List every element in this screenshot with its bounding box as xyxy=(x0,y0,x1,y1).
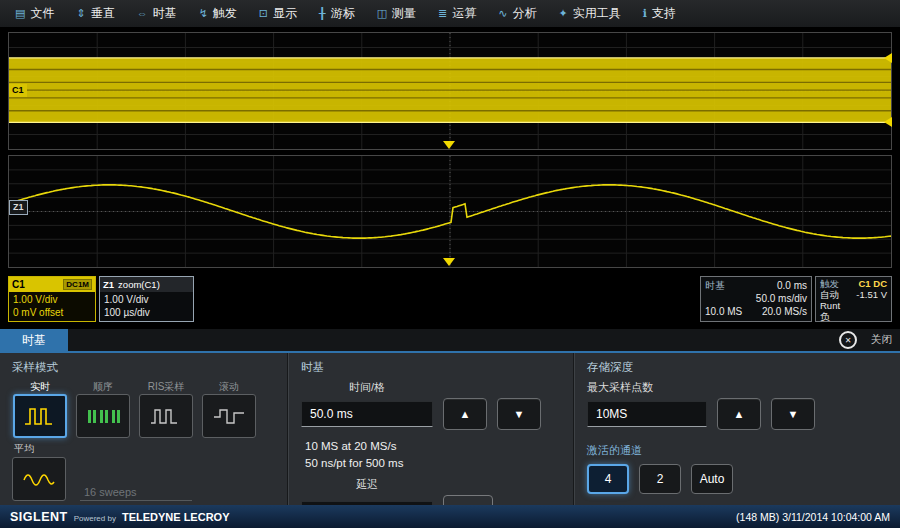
mode-sequence-button[interactable] xyxy=(76,394,130,438)
c1-offset: 0 mV offset xyxy=(13,306,91,319)
max-points-label: 最大采样点数 xyxy=(587,380,888,395)
active-channels-label: 激活的通道 xyxy=(587,443,888,458)
menu-item-file[interactable]: ▤ 文件 xyxy=(4,0,65,27)
menu-item-measure[interactable]: ◫ 测量 xyxy=(366,0,427,27)
trigger-type: Runt xyxy=(820,300,840,311)
menu-item-cursors[interactable]: ╂ 游标 xyxy=(308,0,366,27)
status-bar: SIGLENT Powered by TELEDYNE LECROY (148 … xyxy=(0,505,900,528)
support-icon: ℹ xyxy=(643,8,647,19)
menu-item-display[interactable]: ⊡ 显示 xyxy=(248,0,308,27)
timebase-descriptor-box[interactable]: 时基 0.0 ms 50.0 ms/div 10.0 MS 20.0 MS/s xyxy=(700,276,812,322)
sweeps-input[interactable]: 16 sweeps xyxy=(80,484,192,501)
utilities-icon: ✦ xyxy=(559,8,568,19)
menu-item-label: 支持 xyxy=(652,5,676,22)
average-button[interactable] xyxy=(12,457,66,501)
waveform-edge-arrow-top xyxy=(884,53,892,63)
powered-by-text: Powered by xyxy=(74,514,116,523)
timebase-section: 时基 时间/格 50.0 ms ▲ ▼ 10 MS at 20 MS/s 50 … xyxy=(288,353,574,505)
mode-ris-button[interactable] xyxy=(139,394,193,438)
menu-item-label: 运算 xyxy=(452,5,476,22)
mode-realtime[interactable]: 实时 xyxy=(12,380,68,438)
sequence-mode-icon xyxy=(86,405,120,427)
menu-item-vertical[interactable]: ⇕ 垂直 xyxy=(65,0,125,27)
mode-sequence[interactable]: 顺序 xyxy=(75,380,131,438)
close-icon[interactable]: ✕ xyxy=(839,331,857,349)
timebase-delay: 0.0 ms xyxy=(777,279,807,292)
trigger-slope: 负 xyxy=(820,311,830,322)
mode-roll-label: 滚动 xyxy=(219,380,239,394)
main-waveform xyxy=(9,33,891,149)
menu-item-label: 文件 xyxy=(30,5,54,22)
sample-info-line1: 10 MS at 20 MS/s xyxy=(305,438,562,455)
z1-zoom-marker[interactable]: Z1 xyxy=(9,200,28,215)
menu-item-analysis[interactable]: ∿ 分析 xyxy=(487,0,547,27)
memory-depth-section: 存储深度 最大采样点数 10MS ▲ ▼ 激活的通道 4 2 Auto xyxy=(574,353,900,505)
mode-roll-button[interactable] xyxy=(202,394,256,438)
delay-label: 延迟 xyxy=(301,477,433,492)
timebase-increase-button[interactable]: ▲ xyxy=(443,398,487,430)
timebase-icon: ⇔ xyxy=(137,8,148,19)
timebase-decrease-button[interactable]: ▼ xyxy=(497,398,541,430)
zoom-waveform-grid[interactable] xyxy=(8,155,892,268)
mode-ris-label: RIS采样 xyxy=(148,380,185,394)
z1-tdiv: 100 µs/div xyxy=(104,306,189,319)
menu-item-label: 垂直 xyxy=(91,5,115,22)
mode-roll[interactable]: 滚动 xyxy=(201,380,257,438)
max-points-increase-button[interactable]: ▲ xyxy=(717,398,761,430)
average-mode-icon xyxy=(22,468,56,490)
trigger-label: 触发 xyxy=(820,278,839,289)
z1-vdiv: 1.00 V/div xyxy=(104,293,189,306)
mode-ris[interactable]: RIS采样 xyxy=(138,380,194,438)
menu-bar: ▤ 文件 ⇕ 垂直 ⇔ 时基 ↯ 触发 ⊡ 显示 ╂ 游标 ◫ 测量 ≣ 运算 xyxy=(0,0,900,28)
timebase-dialog: 时基 ✕ 关闭 采样模式 实时 xyxy=(0,329,900,505)
timebase-tdiv: 50.0 ms/div xyxy=(756,292,807,305)
menu-item-utilities[interactable]: ✦ 实用工具 xyxy=(548,0,632,27)
trigger-position-marker-main[interactable] xyxy=(443,141,455,149)
close-button[interactable]: 关闭 xyxy=(871,333,892,347)
timebase-points: 10.0 MS xyxy=(705,305,742,318)
trigger-position-marker-zoom[interactable] xyxy=(443,258,455,266)
channels-auto-button[interactable]: Auto xyxy=(691,464,733,494)
sampling-mode-title: 采样模式 xyxy=(12,360,276,375)
timebase-title: 时基 xyxy=(301,360,562,375)
c1-vdiv: 1.00 V/div xyxy=(13,293,91,306)
time-per-div-label: 时间/格 xyxy=(301,380,433,395)
menu-item-label: 实用工具 xyxy=(573,5,621,22)
max-points-decrease-button[interactable]: ▼ xyxy=(771,398,815,430)
menu-item-timebase[interactable]: ⇔ 时基 xyxy=(126,0,188,27)
oscilloscope-screen: ▤ 文件 ⇕ 垂直 ⇔ 时基 ↯ 触发 ⊡ 显示 ╂ 游标 ◫ 测量 ≣ 运算 xyxy=(0,0,900,528)
timebase-rate: 20.0 MS/s xyxy=(762,305,807,318)
ris-mode-icon xyxy=(149,405,183,427)
trigger-level: -1.51 V xyxy=(856,289,887,300)
waveform-edge-arrow-bottom xyxy=(884,117,892,127)
menu-item-label: 触发 xyxy=(213,5,237,22)
channels-2-button[interactable]: 2 xyxy=(639,464,681,494)
file-icon: ▤ xyxy=(15,8,25,19)
down-arrow-icon: ▼ xyxy=(788,408,799,420)
max-points-select[interactable]: 10MS xyxy=(587,401,707,427)
sample-info-line2: 50 ns/pt for 500 ms xyxy=(305,455,562,472)
c1-descriptor-box[interactable]: C1 DC1M 1.00 V/div 0 mV offset xyxy=(8,276,96,322)
menu-item-trigger[interactable]: ↯ 触发 xyxy=(188,0,248,27)
menu-item-math[interactable]: ≣ 运算 xyxy=(427,0,487,27)
down-arrow-icon: ▼ xyxy=(514,408,525,420)
vertical-icon: ⇕ xyxy=(76,8,85,19)
menu-item-label: 显示 xyxy=(273,5,297,22)
menu-item-support[interactable]: ℹ 支持 xyxy=(632,0,687,27)
z1-descriptor-box[interactable]: Z1 zoom(C1) 1.00 V/div 100 µs/div xyxy=(99,276,194,322)
c1-channel-marker[interactable]: C1 xyxy=(9,84,27,97)
menu-item-label: 测量 xyxy=(392,5,416,22)
measure-icon: ◫ xyxy=(377,8,387,19)
cursors-icon: ╂ xyxy=(319,8,326,19)
time-per-div-select[interactable]: 50.0 ms xyxy=(301,401,433,427)
main-waveform-grid[interactable] xyxy=(8,32,892,150)
tab-timebase[interactable]: 时基 xyxy=(0,329,68,351)
trigger-descriptor-box[interactable]: 触发 C1 DC 自动 -1.51 V Runt 负 xyxy=(815,276,892,322)
average-label: 平均 xyxy=(14,442,276,456)
teledyne-lecroy-logo: TELEDYNE LECROY xyxy=(122,511,230,523)
mode-realtime-button[interactable] xyxy=(13,394,67,438)
memory-depth-title: 存储深度 xyxy=(587,360,888,375)
math-icon: ≣ xyxy=(438,8,447,19)
channels-4-button[interactable]: 4 xyxy=(587,464,629,494)
menu-item-label: 分析 xyxy=(513,5,537,22)
